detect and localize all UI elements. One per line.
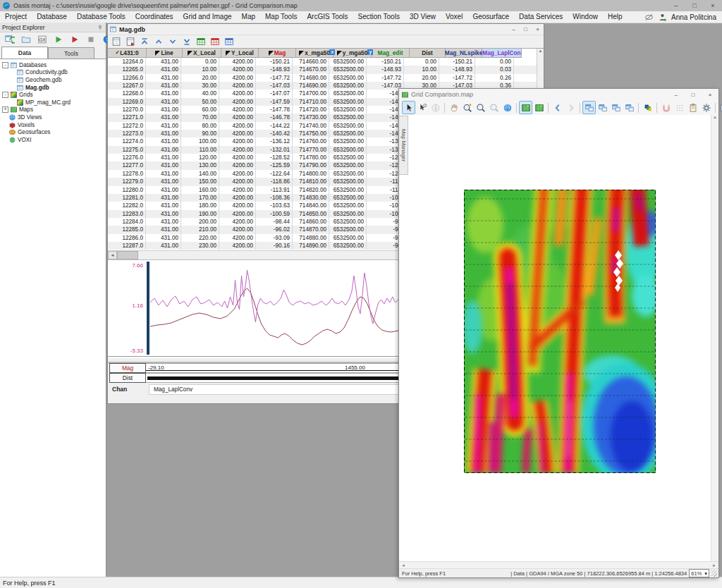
tree-item-3d-views[interactable]: 3D Views (0, 114, 106, 121)
window-options-icon[interactable] (223, 35, 235, 48)
cell[interactable]: 6532500.00 (329, 242, 367, 250)
cell[interactable]: 6532500.00 (329, 161, 367, 169)
cell[interactable]: 40.00 (181, 90, 219, 97)
cell[interactable]: 714840.00 (293, 202, 329, 209)
cell[interactable]: 110.00 (181, 146, 219, 154)
menu-item-section-tools[interactable]: Section Tools (353, 11, 405, 23)
cell[interactable]: -150.21 (256, 58, 293, 66)
zoom-interactive-icon[interactable] (460, 101, 474, 114)
cell[interactable]: 200.00 (181, 218, 219, 226)
cell[interactable]: 6532500.00 (329, 170, 367, 178)
cell[interactable]: 12283.0 (108, 210, 146, 218)
cell[interactable]: 6532500.00 (329, 66, 367, 73)
cell[interactable]: 160.00 (181, 186, 219, 194)
cell[interactable]: 12269.0 (108, 98, 146, 106)
cell[interactable]: -147.72 (367, 74, 404, 82)
export-image-icon[interactable] (718, 101, 722, 114)
cell[interactable]: 6532500.00 (329, 130, 367, 137)
cell[interactable]: -132.01 (256, 146, 293, 154)
cell[interactable]: 12265.0 (108, 66, 146, 73)
menu-item-project[interactable]: Project (0, 11, 32, 23)
cell[interactable]: -98.44 (256, 218, 293, 226)
cell[interactable]: 6532500.00 (329, 122, 367, 130)
expander-icon[interactable]: - (2, 92, 8, 98)
cell[interactable]: 190.00 (181, 210, 219, 218)
cell[interactable]: 714820.00 (293, 186, 329, 194)
cell[interactable]: 0.00 (475, 58, 514, 66)
cell[interactable]: 714680.00 (293, 74, 329, 82)
tree-item-conductivity-gdb[interactable]: Conductivity.gdb (0, 69, 106, 77)
menu-item-voxel[interactable]: Voxel (441, 11, 467, 23)
cell[interactable]: -150.21 (367, 58, 404, 66)
cell[interactable]: 4200.00 (219, 122, 256, 130)
menu-item-map[interactable]: Map (237, 11, 260, 23)
cell[interactable]: 714830.00 (293, 194, 329, 202)
cell[interactable]: 4200.00 (219, 130, 256, 137)
cell[interactable]: 714850.00 (293, 210, 329, 218)
menu-item-arcgis-tools[interactable]: ArcGIS Tools (302, 11, 353, 23)
cell[interactable]: 4200.00 (219, 146, 256, 154)
cell[interactable]: 6532500.00 (329, 106, 367, 114)
cell[interactable]: 0.00 (404, 58, 439, 66)
window-horizontal-icon[interactable] (609, 101, 623, 114)
map-canvas[interactable] (464, 190, 656, 473)
cell[interactable]: 4200.00 (219, 114, 256, 121)
cell[interactable]: -125.59 (256, 161, 293, 169)
open-folder-icon[interactable] (19, 33, 32, 47)
cell[interactable]: -90.16 (256, 242, 293, 250)
cell[interactable]: 6532500.00 (329, 186, 367, 194)
menu-item-window[interactable]: Window (568, 11, 603, 23)
cell[interactable]: 4200.00 (219, 161, 256, 169)
column-header-mag-edit[interactable]: Mag_edit (372, 49, 410, 58)
column-header-x-local[interactable]: X_Local (183, 49, 221, 58)
cell[interactable]: 12278.0 (108, 170, 146, 178)
cell[interactable]: -148.93 (439, 66, 475, 73)
cell[interactable]: 4200.00 (219, 226, 256, 233)
zoom-level-combo[interactable]: 61%▾ (689, 569, 709, 577)
cell[interactable]: 10.00 (404, 66, 439, 73)
cell[interactable]: 6532500.00 (329, 226, 367, 233)
cell[interactable]: 12286.0 (108, 234, 146, 242)
pin-icon[interactable] (97, 24, 104, 31)
map-maximize-button[interactable]: □ (685, 90, 702, 99)
cell[interactable]: 431.00 (146, 186, 181, 194)
cell[interactable]: 431.00 (146, 122, 181, 130)
cell[interactable]: 4200.00 (219, 90, 256, 97)
column-header-dist[interactable]: Dist (410, 49, 446, 58)
cell[interactable]: 714770.00 (293, 146, 329, 154)
window-cascade-icon[interactable] (582, 101, 596, 114)
cell[interactable]: 130.00 (181, 161, 219, 169)
cell[interactable]: -148.93 (256, 66, 293, 73)
cell[interactable]: 4200.00 (219, 98, 256, 106)
column-header-mag-laplcon[interactable]: Mag_LaplCon (482, 49, 522, 58)
cell[interactable]: 431.00 (146, 114, 181, 121)
user-name[interactable]: Anna Politcina (671, 13, 716, 21)
cell[interactable]: 170.00 (181, 194, 219, 202)
cell[interactable]: 714660.00 (293, 58, 329, 66)
cell[interactable]: 140.00 (181, 170, 219, 178)
cell[interactable]: 20.00 (404, 74, 439, 82)
cell[interactable]: 210.00 (181, 226, 219, 233)
interactive-select-icon[interactable] (415, 101, 429, 114)
cell[interactable]: 6532500.00 (329, 154, 367, 161)
cell[interactable]: 714700.00 (293, 90, 329, 97)
cell[interactable]: 4200.00 (219, 178, 256, 185)
cell[interactable]: 12279.0 (108, 178, 146, 185)
cell[interactable]: 12273.0 (108, 130, 146, 137)
cell[interactable]: 431.00 (146, 161, 181, 169)
cell[interactable]: 714880.00 (293, 234, 329, 242)
cell[interactable]: 714710.00 (293, 98, 329, 106)
cell[interactable]: -147.72 (439, 74, 475, 82)
clipboard-icon[interactable] (686, 101, 699, 114)
window-tile-icon[interactable] (596, 101, 609, 114)
cell[interactable]: 431.00 (146, 178, 181, 185)
cell[interactable]: 12271.0 (108, 114, 146, 121)
cell[interactable]: 12284.0 (108, 218, 146, 226)
gdb-close-button[interactable]: × (532, 25, 544, 34)
cell[interactable]: 431.00 (146, 58, 181, 66)
cell[interactable]: 6532500.00 (329, 202, 367, 209)
gdb-title-bar[interactable]: Mag.gdb – □ × (108, 24, 544, 35)
cell[interactable]: -147.03 (256, 82, 293, 90)
cell[interactable]: 80.00 (181, 122, 219, 130)
cell[interactable]: 431.00 (146, 66, 181, 73)
